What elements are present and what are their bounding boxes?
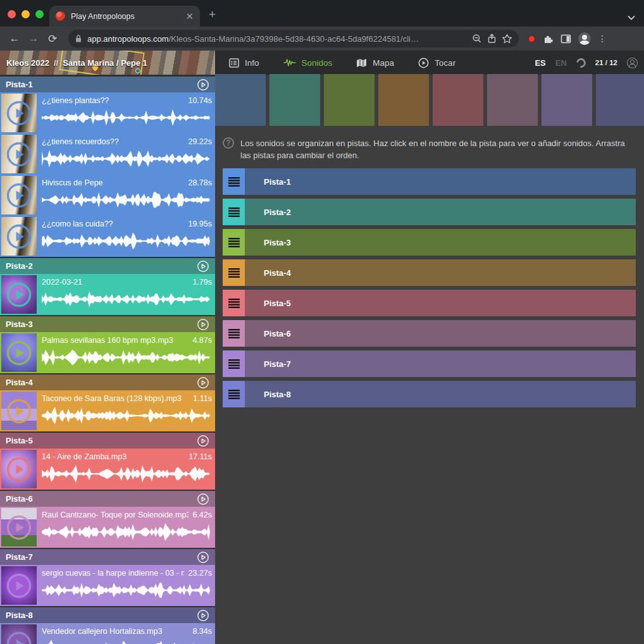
track-play-button[interactable] (197, 493, 209, 505)
sound-thumbnail[interactable] (1, 508, 37, 547)
sound-item[interactable]: Raul Cantizano- Toque por Solenoide.mp3 … (0, 507, 215, 548)
track-row-pista-8[interactable]: Pista-8 (223, 381, 636, 407)
reload-button[interactable]: ⟳ (44, 32, 61, 46)
sound-thumbnail[interactable] (1, 450, 37, 488)
sound-item[interactable]: Vendedor callejero Hortalizas.mp3 8.34s (0, 623, 215, 644)
sound-thumbnail[interactable] (1, 333, 37, 372)
tab-close-icon[interactable]: ✕ (185, 11, 194, 22)
forward-button[interactable]: → (25, 32, 42, 45)
lang-es-button[interactable]: ES (535, 58, 545, 68)
track-color-swatch[interactable] (487, 74, 538, 126)
waveform[interactable] (42, 406, 210, 426)
track-header[interactable]: Pista-2 (0, 258, 215, 274)
waveform[interactable] (42, 149, 210, 169)
tab-search-chevron-icon[interactable] (628, 11, 635, 23)
sound-thumbnail[interactable] (1, 566, 37, 605)
track-color-swatch[interactable] (324, 74, 375, 126)
waveform[interactable] (42, 190, 210, 210)
breadcrumb[interactable]: Kleos 2022 // Santa Marina / Pepe 1 (0, 58, 215, 68)
waveform[interactable] (42, 289, 210, 309)
track-row-pista-7[interactable]: Pista-7 (223, 350, 636, 377)
track-header[interactable]: Pista-8 (0, 607, 215, 623)
track-header[interactable]: Pista-1 (0, 77, 215, 92)
track-row-pista-6[interactable]: Pista-6 (223, 320, 636, 347)
account-icon[interactable] (627, 58, 638, 68)
track-row-pista-3[interactable]: Pista-3 (223, 229, 636, 256)
track-header[interactable]: Pista-3 (0, 316, 215, 332)
track-color-swatch[interactable] (596, 74, 644, 126)
waveform[interactable] (42, 347, 210, 368)
track-header[interactable]: Pista-6 (0, 491, 215, 507)
drag-handle[interactable] (223, 381, 245, 407)
drag-handle[interactable] (223, 229, 245, 256)
tab-tocar[interactable]: Tocar (418, 58, 455, 68)
record-extension-icon[interactable] (528, 35, 536, 43)
side-panel-icon[interactable] (560, 34, 571, 44)
sound-item[interactable]: ¿¿tienes plantas?? 10.74s (0, 92, 215, 133)
track-color-swatch[interactable] (542, 74, 592, 126)
fullscreen-window-button[interactable] (35, 10, 44, 18)
sound-item[interactable]: 14 - Aire de Zamba.mp3 17.11s (0, 449, 215, 490)
track-color-swatch[interactable] (269, 74, 320, 126)
sound-item[interactable]: Taconeo de Sara Baras (128 kbps).mp3 1.1… (0, 390, 215, 431)
sound-thumbnail[interactable] (1, 392, 37, 430)
waveform[interactable] (42, 108, 210, 128)
sound-item[interactable]: Hiviscus de Pepe 28.78s (0, 175, 215, 216)
drag-handle[interactable] (223, 290, 245, 316)
track-play-button[interactable] (197, 551, 209, 564)
track-play-button[interactable] (197, 376, 209, 389)
drag-handle[interactable] (223, 320, 245, 347)
tab-mapa[interactable]: Mapa (356, 58, 394, 68)
browser-menu-icon[interactable]: ⋮ (598, 37, 602, 40)
track-color-swatch[interactable] (215, 74, 266, 126)
minimize-window-button[interactable] (22, 10, 30, 18)
track-row-pista-5[interactable]: Pista-5 (223, 290, 636, 316)
back-button[interactable]: ← (6, 32, 23, 45)
sound-item[interactable]: sergio cuevas - la harpe indienne - 03 -… (0, 565, 215, 606)
waveform[interactable] (42, 522, 210, 542)
track-header[interactable]: Pista-5 (0, 433, 215, 449)
new-tab-button[interactable]: + (209, 8, 216, 20)
sound-item[interactable]: ¿¿como las cuida?? 19.95s (0, 216, 215, 257)
waveform[interactable] (42, 464, 210, 484)
sound-thumbnail[interactable] (1, 94, 37, 132)
close-window-button[interactable] (8, 10, 16, 18)
browser-profile-avatar[interactable] (578, 32, 591, 45)
track-play-button[interactable] (197, 78, 209, 91)
track-play-button[interactable] (197, 609, 209, 622)
sound-item[interactable]: Palmas sevillanas 160 bpm mp3.mp3 4.87s (0, 332, 215, 373)
track-header[interactable]: Pista-7 (0, 549, 215, 565)
drag-handle[interactable] (223, 168, 245, 195)
sound-thumbnail[interactable] (1, 176, 37, 214)
bookmark-star-icon[interactable] (502, 34, 512, 44)
drag-handle[interactable] (223, 259, 245, 286)
drag-handle[interactable] (223, 199, 245, 225)
sound-thumbnail[interactable] (1, 275, 37, 314)
lang-en-button[interactable]: EN (555, 58, 567, 68)
address-bar[interactable]: app.antropoloops.com/Kleos-Santa-Marina/… (68, 30, 519, 47)
track-color-swatch[interactable] (433, 74, 483, 126)
drag-handle[interactable] (223, 350, 245, 377)
sound-thumbnail[interactable] (1, 217, 37, 256)
sound-thumbnail[interactable] (1, 624, 37, 644)
waveform[interactable] (42, 638, 210, 644)
tab-info[interactable]: Info (229, 58, 259, 68)
waveform[interactable] (42, 580, 210, 600)
extensions-puzzle-icon[interactable] (543, 34, 554, 44)
zoom-out-icon[interactable] (472, 34, 482, 44)
track-header[interactable]: Pista-4 (0, 375, 215, 390)
track-row-pista-1[interactable]: Pista-1 (223, 168, 636, 195)
track-color-swatch[interactable] (378, 74, 429, 126)
browser-tab[interactable]: Play Antropoloops ✕ (49, 6, 200, 27)
track-row-pista-4[interactable]: Pista-4 (223, 259, 636, 286)
sound-item[interactable]: 2022-03-21 1.79s (0, 274, 215, 315)
sound-thumbnail[interactable] (1, 135, 37, 173)
waveform[interactable] (42, 231, 210, 251)
track-row-pista-2[interactable]: Pista-2 (223, 199, 636, 225)
sound-item[interactable]: ¿¿tienes recuerdos?? 29.22s (0, 133, 215, 175)
track-play-button[interactable] (197, 318, 209, 331)
tab-sonidos[interactable]: Sonidos (283, 58, 333, 68)
track-play-button[interactable] (197, 435, 209, 447)
track-play-button[interactable] (197, 260, 209, 273)
share-icon[interactable] (487, 34, 497, 44)
